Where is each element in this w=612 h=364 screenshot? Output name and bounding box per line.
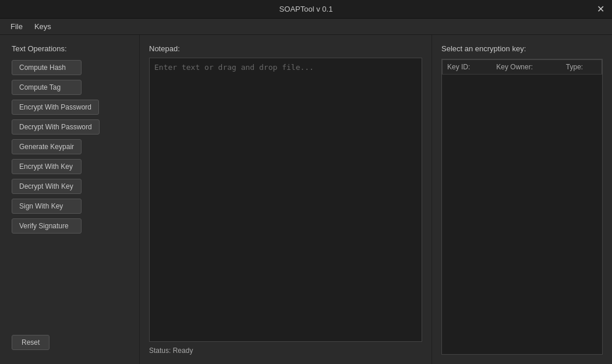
menu-bar: File Keys: [0, 19, 612, 35]
encryption-key-label: Select an encryption key:: [441, 44, 603, 53]
main-content: Text Operations: Compute Hash Compute Ta…: [0, 35, 612, 364]
compute-hash-button[interactable]: Compute Hash: [12, 60, 82, 75]
verify-signature-button[interactable]: Verify Signature: [12, 218, 82, 234]
notepad-label: Notepad:: [149, 44, 422, 53]
decrypt-with-key-button[interactable]: Decrypt With Key: [12, 179, 82, 194]
col-key-id: Key ID:: [443, 60, 492, 75]
app-title: SOAPTool v 0.1: [280, 5, 333, 13]
key-table-header-row: Key ID: Key Owner: Type:: [443, 60, 602, 75]
decrypt-with-password-button[interactable]: Decrypt With Password: [12, 119, 100, 135]
key-table-wrapper: Key ID: Key Owner: Type:: [441, 59, 603, 355]
compute-tag-button[interactable]: Compute Tag: [12, 80, 82, 95]
menu-item-keys[interactable]: Keys: [29, 21, 57, 32]
reset-button[interactable]: Reset: [12, 335, 49, 350]
text-operations-label: Text Operations:: [12, 44, 128, 53]
menu-item-file[interactable]: File: [5, 21, 29, 32]
title-bar: SOAPTool v 0.1 ✕: [0, 0, 612, 19]
sign-with-key-button[interactable]: Sign With Key: [12, 199, 82, 214]
encrypt-with-key-button[interactable]: Encrypt With Key: [12, 159, 82, 174]
col-type: Type:: [561, 60, 602, 75]
encrypt-with-password-button[interactable]: Encrypt With Password: [12, 100, 99, 115]
key-table: Key ID: Key Owner: Type:: [442, 59, 602, 75]
center-panel: Notepad: Status: Ready: [140, 35, 431, 364]
notepad-textarea[interactable]: [149, 58, 422, 342]
status-bar: Status: Ready: [149, 347, 422, 355]
right-panel: Select an encryption key: Key ID: Key Ow…: [431, 35, 612, 364]
col-key-owner: Key Owner:: [491, 60, 561, 75]
generate-keypair-button[interactable]: Generate Keypair: [12, 139, 82, 154]
close-button[interactable]: ✕: [595, 3, 606, 15]
left-panel: Text Operations: Compute Hash Compute Ta…: [0, 35, 140, 364]
